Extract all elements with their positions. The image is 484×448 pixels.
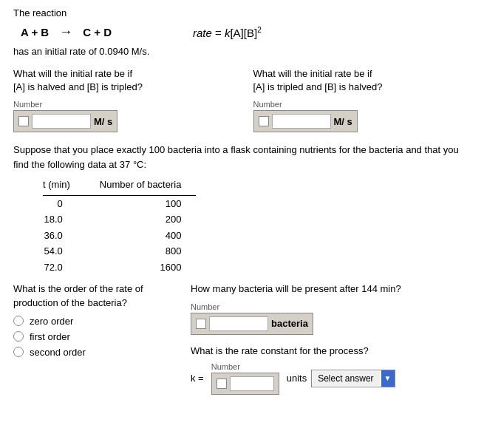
- rate-constant-question-text: What is the rate constant for the proces…: [191, 345, 471, 356]
- bacteria-count-question-text: How many bacteria will be present after …: [191, 282, 471, 296]
- question1-input[interactable]: [32, 114, 91, 129]
- radio-group: zero orderfirst ordersecond order: [13, 316, 176, 358]
- select-arrow-icon: ▼: [381, 370, 395, 387]
- radio-circle-first[interactable]: [13, 331, 24, 342]
- bacteria-intro: Suppose that you place exactly 100 bacte…: [13, 143, 471, 172]
- initial-rate-text: has an initial rate of 0.0940 M/s.: [13, 46, 471, 57]
- bacteria-table: t (min) Number of bacteria 010018.020036…: [43, 177, 196, 275]
- question1-number-label: Number: [13, 100, 231, 109]
- table-row: 36.0400: [43, 228, 196, 244]
- table-col2-header: Number of bacteria: [85, 177, 197, 195]
- radio-label-second: second order: [30, 347, 86, 358]
- table-cell-t: 0: [43, 195, 85, 211]
- radio-circle-zero[interactable]: [13, 316, 24, 326]
- select-answer-wrapper[interactable]: Select answer ▼: [311, 370, 395, 387]
- question2-input[interactable]: [272, 114, 331, 129]
- table-cell-n: 200: [85, 211, 197, 228]
- reaction-arrow: →: [59, 24, 72, 40]
- table-cell-t: 18.0: [43, 211, 85, 228]
- bacteria-count-number-label: Number: [191, 302, 471, 311]
- table-cell-n: 400: [85, 228, 197, 244]
- rate-constant-checkbox[interactable]: [217, 379, 227, 389]
- question2-box: What will the initial rate be if [A] is …: [253, 67, 471, 132]
- question1-unit: M/ s: [94, 116, 112, 127]
- question2-unit: M/ s: [334, 116, 352, 127]
- question2-text: What will the initial rate be if [A] is …: [253, 67, 471, 94]
- table-cell-t: 36.0: [43, 228, 85, 244]
- bacteria-table-container: t (min) Number of bacteria 010018.020036…: [43, 177, 471, 275]
- order-question-section: What is the order of the rate of product…: [13, 282, 176, 394]
- bacteria-count-input-container: bacteria: [191, 313, 313, 335]
- table-cell-n: 800: [85, 243, 197, 259]
- table-row: 72.01600: [43, 259, 196, 276]
- table-cell-n: 1600: [85, 259, 197, 276]
- bacteria-count-input[interactable]: [209, 316, 268, 331]
- radio-circle-second[interactable]: [13, 347, 24, 357]
- table-cell-t: 72.0: [43, 259, 85, 276]
- k-label: k =: [191, 373, 204, 384]
- reaction-left: A + B: [21, 26, 49, 38]
- question1-text: What will the initial rate be if [A] is …: [13, 67, 231, 94]
- rate-constant-input[interactable]: [230, 376, 274, 391]
- radio-item-zero[interactable]: zero order: [13, 316, 176, 327]
- bacteria-count-checkbox[interactable]: [196, 319, 206, 329]
- bacteria-count-unit: bacteria: [271, 318, 308, 329]
- question2-input-container: M/ s: [253, 110, 358, 132]
- rate-constant-input-container: Number: [211, 362, 279, 395]
- reaction-right: C + D: [83, 26, 112, 38]
- question1-checkbox[interactable]: [18, 116, 29, 126]
- section-title: The reaction: [13, 7, 471, 18]
- table-cell-n: 100: [85, 195, 197, 211]
- table-cell-t: 54.0: [43, 243, 85, 259]
- table-row: 18.0200: [43, 211, 196, 228]
- order-question-text: What is the order of the rate of product…: [13, 282, 176, 309]
- units-label: units: [287, 373, 307, 384]
- radio-item-second[interactable]: second order: [13, 347, 176, 358]
- right-bottom-section: How many bacteria will be present after …: [191, 282, 471, 394]
- radio-label-zero: zero order: [30, 316, 73, 327]
- table-row: 54.0800: [43, 243, 196, 259]
- radio-label-first: first order: [30, 331, 70, 342]
- question1-input-container: M/ s: [13, 110, 117, 132]
- question1-box: What will the initial rate be if [A] is …: [13, 67, 231, 132]
- table-col1-header: t (min): [43, 177, 85, 195]
- rate-formula: rate = k[A][B]2: [193, 26, 262, 39]
- question2-checkbox[interactable]: [259, 116, 269, 126]
- table-row: 0100: [43, 195, 196, 211]
- select-answer-text: Select answer: [312, 371, 379, 386]
- question2-number-label: Number: [253, 100, 471, 109]
- radio-item-first[interactable]: first order: [13, 331, 176, 342]
